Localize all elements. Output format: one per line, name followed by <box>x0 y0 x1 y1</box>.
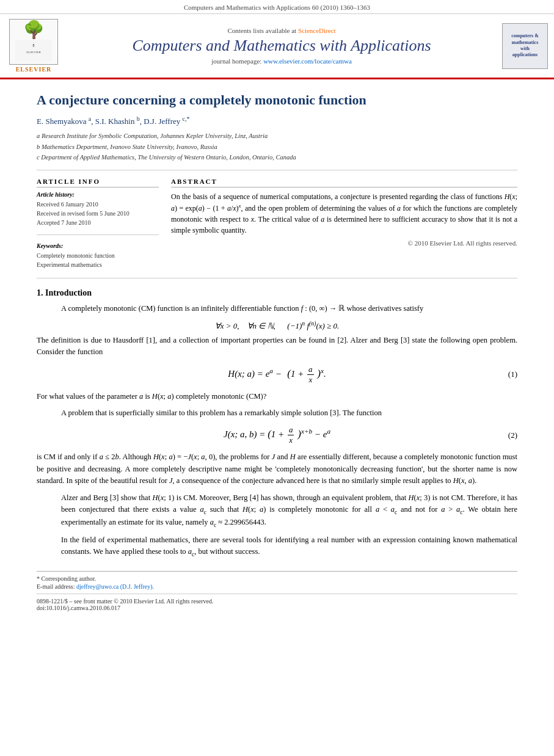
corresponding-author-note: * Corresponding author. <box>37 575 517 582</box>
doi-line: doi:10.1016/j.camwa.2010.06.017 <box>37 605 517 611</box>
email-address[interactable]: djeffrey@uwo.ca (D.J. Jeffrey). <box>76 583 154 590</box>
affiliation-b: b Mathematics Department, Ivanovo State … <box>37 142 517 152</box>
journal-citation: Computers and Mathematics with Applicati… <box>0 0 554 14</box>
divider-keywords <box>37 234 159 235</box>
sciencedirect-line: Contents lists available at ScienceDirec… <box>67 27 496 34</box>
intro-para-1: A completely monotonic (CM) function is … <box>61 303 517 314</box>
abstract-panel: ABSTRACT On the basis of a sequence of n… <box>171 178 517 269</box>
affiliation-c: c Department of Applied Mathematics, The… <box>37 153 517 162</box>
intro-para-7: In the field of experimental mathematics… <box>61 534 517 559</box>
section-1-heading: 1. Introduction <box>37 288 517 298</box>
elsevier-emblem: ⚱ ELSEVIER <box>15 40 52 61</box>
elsevier-logo-inner: ⚱ ELSEVIER <box>15 40 52 63</box>
intro-para-5: is CM if and only if a ≤ 2b. Although H(… <box>37 451 517 487</box>
content-area: A conjecture concerning a completely mon… <box>0 79 554 623</box>
accepted-date: Accepted 7 June 2010 <box>37 218 159 227</box>
elsevier-logo: 🌳 ⚱ ELSEVIER ELSEVIER <box>6 19 61 73</box>
intro-para-4: A problem that is superficially similar … <box>61 407 517 419</box>
journal-header: 🌳 ⚱ ELSEVIER ELSEVIER Contents lists ava… <box>0 14 554 79</box>
affiliation-a: a Research Institute for Symbolic Comput… <box>37 131 517 141</box>
article-history-label: Article history: <box>37 191 159 198</box>
abstract-text: On the basis of a sequence of numerical … <box>171 191 517 236</box>
keywords-label: Keywords: <box>37 242 159 249</box>
article-info-panel: ARTICLE INFO Article history: Received 6… <box>37 178 159 269</box>
divider-1 <box>37 170 517 170</box>
elsevier-brand-text: ELSEVIER <box>16 66 52 73</box>
sciencedirect-link[interactable]: ScienceDirect <box>298 27 336 34</box>
elsevier-tree-icon: 🌳 <box>23 21 45 38</box>
intro-para-3: For what values of the parameter a is H(… <box>37 391 517 402</box>
article-history: Received 6 January 2010 Received in revi… <box>37 200 159 227</box>
journal-center: Contents lists available at ScienceDirec… <box>67 27 496 65</box>
equation-2: J(x; a, b) = (1 + a x )x+b − ea (2) <box>37 425 517 445</box>
intro-para-6: Alzer and Berg [3] show that H(x; 1) is … <box>61 492 517 529</box>
journal-title: Computers and Mathematics with Applicati… <box>67 37 496 55</box>
bottom-info: 0898-1221/$ – see front matter © 2010 El… <box>37 594 517 611</box>
elsevier-logo-box: 🌳 ⚱ ELSEVIER <box>9 19 58 65</box>
article-info-label: ARTICLE INFO <box>37 178 159 187</box>
intro-para-2: The definition is due to Hausdorff [1], … <box>37 335 517 358</box>
info-abstract-columns: ARTICLE INFO Article history: Received 6… <box>37 178 517 269</box>
divider-2 <box>37 278 517 278</box>
eq1-formula: H(x; a) = ea − (1 + a x )x. <box>228 365 326 385</box>
email-note: E-mail address: djeffrey@uwo.ca (D.J. Je… <box>37 583 517 590</box>
eq2-formula: J(x; a, b) = (1 + a x )x+b − ea <box>224 425 330 445</box>
revised-date: Received in revised form 5 June 2010 <box>37 209 159 218</box>
email-label: E-mail address: <box>37 583 75 590</box>
received-date: Received 6 January 2010 <box>37 200 159 209</box>
homepage-label: journal homepage: <box>211 57 261 65</box>
thumb-text: computers &mathematicswithapplications <box>511 33 539 59</box>
corresponding-label: * Corresponding author. <box>37 575 96 582</box>
equation-1: H(x; a) = ea − (1 + a x )x. (1) <box>37 365 517 385</box>
issn-line: 0898-1221/$ – see front matter © 2010 El… <box>37 598 517 605</box>
journal-citation-text: Computers and Mathematics with Applicati… <box>184 4 370 11</box>
keyword-2: Experimental mathematics <box>37 260 159 269</box>
footnote-area: * Corresponding author. E-mail address: … <box>37 571 517 590</box>
abstract-label: ABSTRACT <box>171 178 517 187</box>
svg-text:⚱: ⚱ <box>32 43 35 48</box>
authors-line: E. Shemyakova a, S.I. Khashin b, D.J. Je… <box>37 115 517 126</box>
journal-thumbnail: computers &mathematicswithapplications <box>502 23 548 69</box>
homepage-link[interactable]: www.elsevier.com/locate/camwa <box>263 57 352 65</box>
journal-homepage-line: journal homepage: www.elsevier.com/locat… <box>67 57 496 65</box>
eq1-number: (1) <box>508 369 517 379</box>
contents-label: Contents lists available at <box>227 27 296 34</box>
svg-text:ELSEVIER: ELSEVIER <box>26 51 41 54</box>
keyword-1: Completely monotonic function <box>37 251 159 260</box>
forall-equation: ∀x > 0, ∀n ∈ ℕ, (−1)n f(n)(x) ≥ 0. <box>37 320 517 331</box>
article-title: A conjecture concerning a completely mon… <box>37 92 517 109</box>
keywords: Completely monotonic function Experiment… <box>37 251 159 269</box>
affiliations: a Research Institute for Symbolic Comput… <box>37 131 517 162</box>
copyright-text: © 2010 Elsevier Ltd. All rights reserved… <box>171 239 517 247</box>
eq2-number: (2) <box>508 431 517 440</box>
